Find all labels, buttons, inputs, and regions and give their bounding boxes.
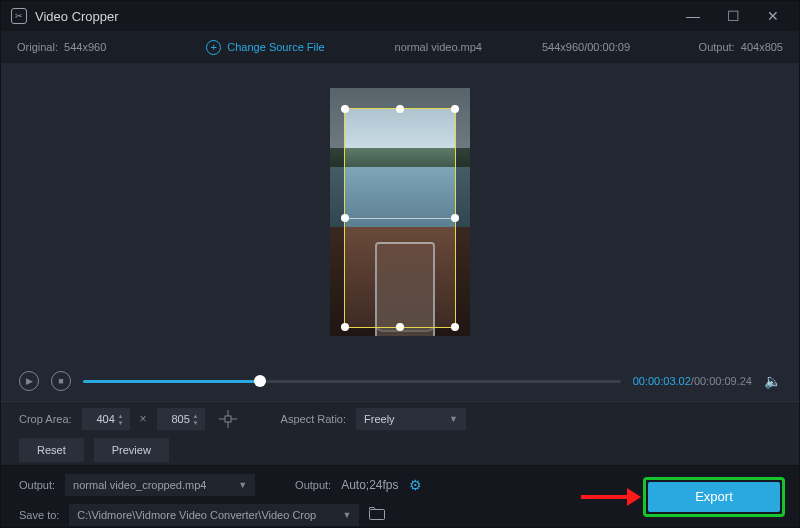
settings-gear-icon[interactable]: ⚙	[409, 477, 422, 493]
aspect-ratio-label: Aspect Ratio:	[281, 413, 346, 425]
crop-area-label: Crop Area:	[19, 413, 72, 425]
save-to-label: Save to:	[19, 509, 59, 521]
center-crosshair-icon	[219, 410, 237, 428]
app-logo-icon: ✂	[11, 8, 27, 24]
preview-stage	[1, 63, 799, 361]
crop-handle-se[interactable]	[451, 323, 459, 331]
change-source-file-button[interactable]: + Change Source File	[206, 40, 324, 55]
minimize-button[interactable]: —	[677, 1, 709, 31]
folder-icon	[369, 507, 385, 520]
video-preview[interactable]	[330, 88, 470, 336]
close-button[interactable]: ✕	[757, 1, 789, 31]
crop-handle-nw[interactable]	[341, 105, 349, 113]
width-down[interactable]: ▼	[118, 420, 128, 426]
crop-handle-n[interactable]	[396, 105, 404, 113]
original-dimensions: Original: 544x960	[17, 41, 106, 53]
aspect-ratio-select[interactable]: Freely ▼	[356, 408, 466, 430]
app-window: ✂ Video Cropper — ☐ ✕ Original: 544x960 …	[0, 0, 800, 528]
preview-button[interactable]: Preview	[94, 438, 169, 462]
source-dims-duration: 544x960/00:00:09	[542, 41, 630, 53]
height-down[interactable]: ▼	[193, 420, 203, 426]
crop-handle-s[interactable]	[396, 323, 404, 331]
open-folder-button[interactable]	[369, 507, 385, 523]
playback-bar: ▶ ■ 00:00:03.02/00:00:09.24 🔈	[1, 361, 799, 401]
chevron-down-icon: ▼	[342, 510, 351, 520]
svg-rect-5	[370, 510, 385, 520]
crop-handle-ne[interactable]	[451, 105, 459, 113]
crop-rectangle[interactable]	[344, 108, 456, 328]
window-title: Video Cropper	[35, 9, 119, 24]
export-button[interactable]: Export	[648, 482, 780, 512]
crop-height-input[interactable]: 805 ▲▼	[157, 408, 205, 430]
stop-button[interactable]: ■	[51, 371, 71, 391]
time-display: 00:00:03.02/00:00:09.24	[633, 375, 752, 387]
maximize-button[interactable]: ☐	[717, 1, 749, 31]
chevron-down-icon: ▼	[238, 480, 247, 490]
info-bar: Original: 544x960 + Change Source File n…	[1, 31, 799, 63]
output-file-label: Output:	[19, 479, 55, 491]
crop-width-input[interactable]: 404 ▲▼	[82, 408, 130, 430]
center-crop-button[interactable]	[215, 408, 241, 430]
crop-handle-sw[interactable]	[341, 323, 349, 331]
output-dimensions: Output: 404x805	[699, 41, 783, 53]
reset-button[interactable]: Reset	[19, 438, 84, 462]
output-settings-label: Output:	[295, 479, 331, 491]
crop-handle-e[interactable]	[451, 214, 459, 222]
output-filename-field[interactable]: normal video_cropped.mp4 ▼	[65, 474, 255, 496]
plus-circle-icon: +	[206, 40, 221, 55]
output-settings-value: Auto;24fps	[341, 478, 398, 492]
source-filename: normal video.mp4	[395, 41, 482, 53]
annotation-highlight: Export	[643, 477, 785, 517]
play-button[interactable]: ▶	[19, 371, 39, 391]
crop-handle-w[interactable]	[341, 214, 349, 222]
chevron-down-icon: ▼	[449, 414, 458, 424]
multiply-icon: ×	[140, 412, 147, 426]
svg-rect-4	[225, 416, 231, 422]
height-up[interactable]: ▲	[193, 413, 203, 419]
seek-thumb[interactable]	[254, 375, 266, 387]
seek-slider[interactable]	[83, 380, 621, 383]
title-bar: ✂ Video Cropper — ☐ ✕	[1, 1, 799, 31]
save-to-path-select[interactable]: C:\Vidmore\Vidmore Video Converter\Video…	[69, 504, 359, 526]
footer-bar: Output: normal video_cropped.mp4 ▼ Outpu…	[1, 465, 799, 527]
width-up[interactable]: ▲	[118, 413, 128, 419]
crop-controls: Crop Area: 404 ▲▼ × 805 ▲▼ A	[1, 401, 799, 465]
volume-icon[interactable]: 🔈	[764, 373, 781, 389]
annotation-arrow	[581, 488, 641, 506]
